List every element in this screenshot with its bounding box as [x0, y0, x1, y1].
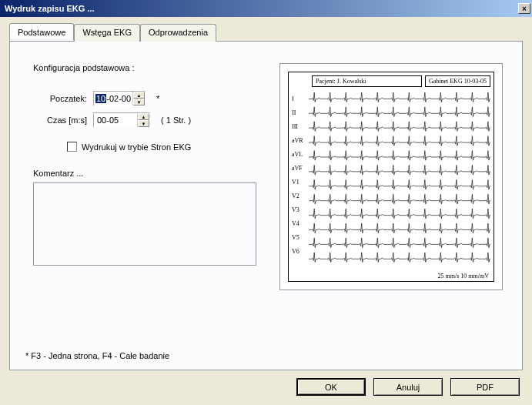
comment-label: Komentarz ...: [33, 169, 264, 178]
preview-patient: Pacjent: J. Kowalski: [312, 75, 422, 87]
lead-label: I: [292, 94, 303, 104]
tab-panel-basic: Konfiguracja podstawowa : Poczatek: 10-0…: [9, 41, 523, 370]
pdf-button[interactable]: PDF: [450, 378, 520, 396]
ekg-waveforms: [309, 92, 490, 270]
time-spinner[interactable]: ▲ ▼: [93, 112, 150, 128]
time-label: Czas [m:s]: [33, 115, 93, 125]
start-spin-up[interactable]: ▲: [133, 92, 145, 99]
close-button[interactable]: ×: [518, 3, 530, 14]
lead-label: V3: [292, 205, 303, 215]
lead-label: II: [292, 108, 303, 118]
tab-basic[interactable]: Podstawowe: [9, 23, 74, 41]
lead-label: V1: [292, 177, 303, 187]
time-spin-up[interactable]: ▲: [138, 113, 149, 120]
title-bar: Wydruk zapisu EKG ... ×: [0, 0, 532, 17]
print-pages-label: Wydrukuj w trybie Stron EKG: [82, 142, 191, 152]
tab-strip-ekg[interactable]: Wstęga EKG: [74, 24, 140, 42]
pages-label: ( 1 Str. ): [161, 115, 191, 125]
tab-leads[interactable]: Odprowadzenia: [140, 24, 216, 42]
comment-box[interactable]: [33, 182, 256, 266]
start-spinner[interactable]: 10-02-00 ▲ ▼: [93, 91, 146, 106]
lead-label: V4: [292, 219, 303, 229]
cancel-button[interactable]: Anuluj: [373, 378, 443, 396]
start-asterisk: *: [156, 94, 159, 103]
section-title: Konfiguracja podstawowa :: [33, 63, 264, 72]
start-value-selected: 10: [95, 94, 106, 103]
time-spin-down[interactable]: ▼: [138, 120, 149, 127]
start-spin-down[interactable]: ▼: [133, 99, 145, 105]
ok-button[interactable]: OK: [296, 378, 366, 396]
preview-scale: 25 mm/s 10 mm/mV: [438, 273, 489, 279]
lead-label: aVL: [292, 149, 303, 159]
print-pages-checkbox[interactable]: [67, 142, 77, 152]
start-label: Poczatek:: [33, 94, 93, 103]
lead-label: aVR: [292, 136, 303, 146]
lead-label: III: [292, 122, 303, 132]
close-icon: ×: [522, 5, 527, 13]
preview-clinic: Gabinet EKG 10-03-05: [425, 75, 490, 87]
client-area: Podstawowe Wstęga EKG Odprowadzenia Konf…: [0, 17, 532, 405]
start-value-rest: -02-00: [106, 94, 131, 103]
lead-label: V6: [292, 246, 303, 256]
dialog-buttons: OK Anuluj PDF: [9, 378, 523, 396]
ekg-preview: Pacjent: J. Kowalski Gabinet EKG 10-03-0…: [279, 63, 503, 290]
lead-label: aVF: [292, 163, 303, 173]
lead-labels: I II III aVR aVL aVF V1 V2 V3 V4 V5 V6: [292, 94, 303, 256]
tab-strip: Podstawowe Wstęga EKG Odprowadzenia: [9, 23, 523, 41]
time-input[interactable]: [94, 113, 137, 127]
window-title: Wydruk zapisu EKG ...: [5, 4, 95, 13]
lead-label: V2: [292, 191, 303, 201]
keyboard-hint: * F3 - Jedna strona, F4 - Całe badanie: [25, 351, 169, 360]
lead-label: V5: [292, 233, 303, 243]
